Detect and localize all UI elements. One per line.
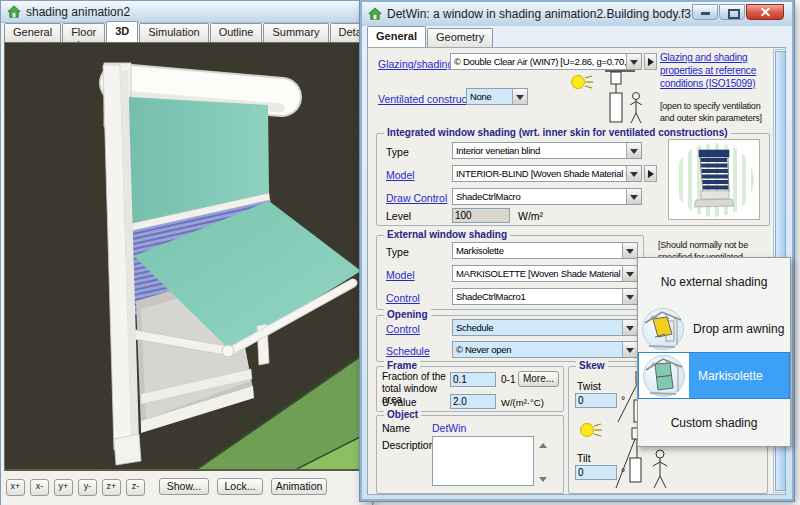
scroll-down-icon[interactable] bbox=[539, 477, 547, 486]
tab-summary[interactable]: Summary bbox=[263, 23, 328, 42]
external-model-value: MARKISOLETTE [Woven Shade Material (WIN7… bbox=[456, 268, 638, 279]
opening-control-link[interactable]: Control bbox=[386, 323, 420, 335]
menu-item-markisolette[interactable]: Markisolette bbox=[638, 352, 790, 399]
tab-detwin-general[interactable]: General bbox=[367, 26, 426, 47]
ventilation-note: [open to specify ventilation and outer s… bbox=[660, 101, 772, 124]
external-control-link[interactable]: Control bbox=[386, 292, 420, 304]
integrated-model-link[interactable]: Model bbox=[386, 169, 415, 181]
level-unit: W/m² bbox=[518, 210, 543, 222]
uvalue-input[interactable] bbox=[450, 394, 496, 409]
object-name-label: Name bbox=[382, 422, 410, 434]
project-window-titlebar[interactable]: shading animation2 bbox=[1, 1, 372, 23]
integrated-model-combo[interactable]: INTERIOR-BLIND [Woven Shade Material (WI… bbox=[452, 165, 642, 182]
dropdown-arrow-icon[interactable] bbox=[512, 89, 527, 104]
frame-more-button[interactable]: More... bbox=[518, 371, 559, 387]
app-house-icon bbox=[7, 5, 21, 19]
axis-y-plus-button[interactable]: y+ bbox=[54, 479, 73, 496]
menu-item-drop-arm-awning[interactable]: Drop arm awning bbox=[638, 305, 790, 352]
menu-item-no-external-shading[interactable]: No external shading bbox=[638, 258, 790, 305]
integrated-type-label: Type bbox=[386, 146, 409, 158]
sun-icon bbox=[578, 420, 604, 442]
integrated-shading-group-title: Integrated window shading (wrt. inner sk… bbox=[384, 127, 731, 138]
integrated-model-expand-button[interactable] bbox=[644, 165, 657, 182]
dropdown-arrow-icon[interactable] bbox=[626, 166, 641, 181]
tab-simulation[interactable]: Simulation bbox=[139, 23, 208, 42]
maximize-button[interactable] bbox=[719, 4, 745, 20]
opening-control-combo[interactable]: Schedule bbox=[452, 319, 638, 336]
draw-control-value: ShadeCtrlMacro bbox=[456, 191, 520, 202]
markisolette-icon bbox=[642, 354, 686, 398]
dropdown-arrow-icon[interactable] bbox=[622, 320, 637, 335]
external-shading-type-menu: No external shading Drop arm awning bbox=[637, 257, 791, 447]
tab-outline[interactable]: Outline bbox=[210, 23, 263, 42]
level-label: Level bbox=[386, 210, 411, 222]
frame-fraction-input[interactable] bbox=[450, 372, 496, 387]
opening-schedule-value: © Never open bbox=[456, 344, 511, 355]
object-name-value: DetWin bbox=[432, 422, 466, 434]
dropdown-arrow-icon[interactable] bbox=[622, 243, 637, 258]
dropdown-arrow-icon[interactable] bbox=[626, 143, 641, 158]
description-textarea[interactable] bbox=[432, 436, 534, 486]
close-button[interactable] bbox=[746, 4, 784, 20]
tab-3d[interactable]: 3D bbox=[106, 21, 138, 42]
draw-control-combo[interactable]: ShadeCtrlMacro bbox=[452, 188, 642, 205]
3d-scene-window-with-awning bbox=[5, 43, 368, 469]
tab-detwin-geometry[interactable]: Geometry bbox=[427, 28, 493, 47]
glazing-properties-link[interactable]: Glazing and shading properties at refere… bbox=[660, 51, 764, 90]
window-section-occupant-diagram bbox=[604, 68, 649, 126]
app-house-icon bbox=[368, 7, 382, 21]
project-window-title: shading animation2 bbox=[26, 5, 130, 19]
axis-z-minus-button[interactable]: z- bbox=[126, 479, 145, 496]
dropdown-arrow-icon[interactable] bbox=[622, 289, 637, 304]
animation-button[interactable]: Animation bbox=[271, 478, 327, 495]
menu-item-label: Drop arm awning bbox=[693, 322, 784, 336]
description-label: Description bbox=[382, 439, 435, 451]
integrated-model-value: INTERIOR-BLIND [Woven Shade Material (WI… bbox=[456, 168, 642, 179]
external-type-combo[interactable]: Markisolette bbox=[452, 242, 638, 259]
dropdown-arrow-icon[interactable] bbox=[622, 342, 637, 357]
detwin-tabs: General Geometry bbox=[362, 26, 792, 47]
opening-schedule-link[interactable]: Schedule bbox=[386, 345, 430, 357]
skew-group-title: Skew bbox=[576, 360, 608, 371]
show-button[interactable]: Show... bbox=[159, 478, 209, 495]
external-model-link[interactable]: Model bbox=[386, 269, 415, 281]
level-input[interactable] bbox=[452, 208, 510, 223]
object-group-title: Object bbox=[384, 409, 421, 420]
opening-group-title: Opening bbox=[384, 309, 431, 320]
dropdown-arrow-icon[interactable] bbox=[626, 54, 641, 69]
opening-schedule-combo[interactable]: © Never open bbox=[452, 341, 638, 358]
scroll-up-icon[interactable] bbox=[539, 439, 547, 448]
lock-button[interactable]: Lock... bbox=[217, 478, 263, 495]
drop-arm-awning-icon bbox=[641, 307, 685, 351]
glazing-shading-link[interactable]: Glazing/shading bbox=[378, 58, 453, 70]
dropdown-arrow-icon[interactable] bbox=[626, 189, 641, 204]
frame-fraction-range: 0-1 bbox=[501, 374, 515, 385]
dropdown-arrow-icon[interactable] bbox=[622, 266, 637, 281]
sun-icon bbox=[569, 72, 595, 94]
menu-item-custom-shading[interactable]: Custom shading bbox=[638, 399, 790, 446]
ventilated-combo-value: None bbox=[470, 91, 492, 102]
external-model-combo[interactable]: MARKISOLETTE [Woven Shade Material (WIN7… bbox=[452, 265, 638, 282]
integrated-shading-preview bbox=[668, 139, 760, 220]
opening-control-value: Schedule bbox=[456, 322, 493, 333]
ventilated-combo[interactable]: None bbox=[466, 88, 528, 105]
integrated-type-combo[interactable]: Interior venetian blind bbox=[452, 142, 642, 159]
detwin-title: DetWin: a window in shading animation2.B… bbox=[387, 7, 691, 21]
tab-general[interactable]: General bbox=[4, 23, 61, 42]
tilt-label: Tilt bbox=[577, 452, 591, 464]
draw-control-link[interactable]: Draw Control bbox=[386, 192, 447, 204]
integrated-type-value: Interior venetian blind bbox=[456, 145, 540, 156]
axis-x-plus-button[interactable]: x+ bbox=[6, 479, 25, 496]
view-toolbar: x+ x- y+ y- z+ z- Show... Lock... Animat… bbox=[1, 471, 372, 503]
tab-floor-plan[interactable]: Floor plan bbox=[62, 23, 105, 42]
venetian-blind-glyph bbox=[694, 148, 734, 210]
external-control-value: ShadeCtrlMacro1 bbox=[456, 291, 525, 302]
minimize-button[interactable] bbox=[692, 4, 718, 20]
external-control-combo[interactable]: ShadeCtrlMacro1 bbox=[452, 288, 638, 305]
axis-x-minus-button[interactable]: x- bbox=[30, 479, 49, 496]
glazing-combo-value: © Double Clear Air (WIN7) [U=2.86, g=0.7… bbox=[454, 56, 642, 67]
menu-item-label: Custom shading bbox=[671, 416, 758, 430]
axis-y-minus-button[interactable]: y- bbox=[78, 479, 97, 496]
axis-z-plus-button[interactable]: z+ bbox=[102, 479, 121, 496]
3d-viewport[interactable] bbox=[4, 42, 370, 472]
